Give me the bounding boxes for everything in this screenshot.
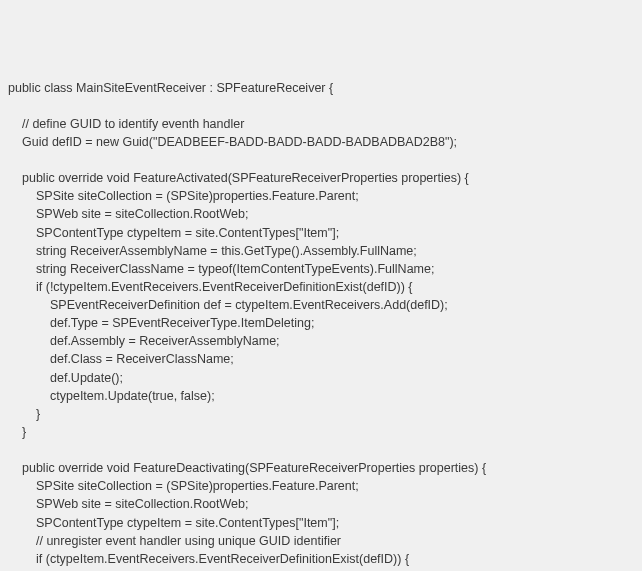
code-line: if (ctypeItem.EventReceivers.EventReceiv… [8,550,634,568]
code-line: string ReceiverClassName = typeof(ItemCo… [8,260,634,278]
code-line: ctypeItem.Update(true, false); [8,387,634,405]
code-line [8,97,634,115]
code-line: SPWeb site = siteCollection.RootWeb; [8,205,634,223]
code-line: // define GUID to identify eventh handle… [8,115,634,133]
code-line: SPEventReceiverDefinition def = ctypeIte… [8,296,634,314]
code-block: public class MainSiteEventReceiver : SPF… [8,79,634,572]
code-line [8,151,634,169]
code-line: SPContentType ctypeItem = site.ContentTy… [8,514,634,532]
code-line [8,441,634,459]
code-line: def.Update(); [8,369,634,387]
code-line: def.Assembly = ReceiverAssemblyName; [8,332,634,350]
code-line: public override void FeatureActivated(SP… [8,169,634,187]
code-line: SPSite siteCollection = (SPSite)properti… [8,477,634,495]
code-line: } [8,405,634,423]
code-line: if (!ctypeItem.EventReceivers.EventRecei… [8,278,634,296]
code-line: SPWeb site = siteCollection.RootWeb; [8,495,634,513]
code-line: public class MainSiteEventReceiver : SPF… [8,79,634,97]
code-line: def.Class = ReceiverClassName; [8,350,634,368]
code-line: SPSite siteCollection = (SPSite)properti… [8,187,634,205]
code-line: public override void FeatureDeactivating… [8,459,634,477]
code-line: // unregister event handler using unique… [8,532,634,550]
code-line: Guid defID = new Guid("DEADBEEF-BADD-BAD… [8,133,634,151]
code-line: SPContentType ctypeItem = site.ContentTy… [8,224,634,242]
code-line: } [8,423,634,441]
code-line: string ReceiverAssemblyName = this.GetTy… [8,242,634,260]
code-line: def.Type = SPEventReceiverType.ItemDelet… [8,314,634,332]
